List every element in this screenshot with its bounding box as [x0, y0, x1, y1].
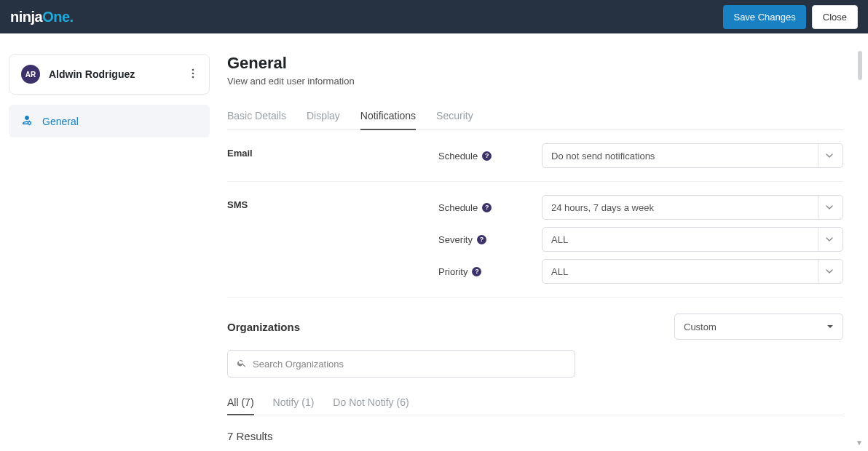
organizations-scope-select[interactable]: Custom [674, 314, 843, 340]
svg-point-1 [192, 72, 194, 74]
more-icon[interactable] [189, 65, 197, 84]
chevron-down-icon [818, 144, 840, 167]
sms-priority-select[interactable]: ALL [542, 259, 843, 284]
sms-severity-value: ALL [551, 234, 568, 245]
svg-point-0 [192, 68, 194, 71]
main-content: General View and edit user information B… [227, 54, 859, 451]
sms-schedule-value: 24 hours, 7 days a week [551, 202, 654, 213]
sms-severity-select[interactable]: ALL [542, 227, 843, 252]
sidebar: AR Aldwin Rodriguez General [9, 54, 210, 451]
organizations-filter-tabs: All (7) Notify (1) Do Not Notify (6) [227, 391, 843, 415]
organizations-search-input[interactable] [253, 359, 566, 370]
brand-suffix: One [42, 9, 69, 25]
organizations-search[interactable] [227, 350, 575, 378]
topbar: ninjaOne. Save Changes Close [0, 0, 868, 33]
chevron-down-icon [818, 196, 840, 219]
sms-schedule-select[interactable]: 24 hours, 7 days a week [542, 195, 843, 220]
svg-point-2 [192, 76, 194, 78]
sms-label: SMS [227, 195, 438, 210]
sidebar-item-label: General [42, 116, 79, 127]
organizations-scope-value: Custom [684, 322, 717, 332]
brand-dot: . [70, 9, 74, 25]
search-icon [237, 358, 247, 370]
email-label: Email [227, 143, 438, 159]
tab-display[interactable]: Display [307, 103, 340, 130]
chevron-down-icon [818, 228, 840, 251]
sms-section: SMS Schedule ? 24 hours, 7 days a week S… [227, 182, 843, 298]
filter-tab-do-not-notify[interactable]: Do Not Notify (6) [333, 391, 409, 415]
caret-down-icon [826, 322, 834, 332]
scroll-down-icon: ▼ [856, 439, 863, 447]
close-button[interactable]: Close [812, 5, 858, 29]
email-schedule-label: Schedule ? [438, 151, 530, 161]
chevron-down-icon [818, 260, 840, 283]
tab-basic-details[interactable]: Basic Details [227, 103, 286, 130]
email-schedule-select[interactable]: Do not send notifications [542, 143, 843, 168]
sms-priority-value: ALL [551, 266, 568, 277]
email-section: Email Schedule ? Do not send notificatio… [227, 130, 843, 182]
user-name: Aldwin Rodriguez [49, 68, 135, 80]
organizations-title: Organizations [227, 321, 300, 333]
sms-severity-label: Severity ? [438, 234, 530, 245]
user-settings-icon [20, 113, 33, 129]
topbar-actions: Save Changes Close [723, 5, 858, 29]
user-card: AR Aldwin Rodriguez [9, 54, 210, 95]
help-icon[interactable]: ? [482, 151, 492, 161]
filter-tab-all[interactable]: All (7) [227, 391, 254, 415]
results-count: 7 Results [227, 430, 843, 442]
content-tabs: Basic Details Display Notifications Secu… [227, 103, 843, 130]
brand-prefix: ninja [10, 9, 42, 25]
tab-security[interactable]: Security [436, 103, 473, 130]
brand-logo: ninjaOne. [10, 9, 74, 25]
page-title: General [227, 54, 843, 73]
filter-tab-notify[interactable]: Notify (1) [273, 391, 315, 415]
sms-priority-label: Priority ? [438, 266, 530, 277]
save-changes-button[interactable]: Save Changes [723, 5, 805, 29]
page-subtitle: View and edit user information [227, 76, 843, 87]
sms-schedule-label: Schedule ? [438, 202, 530, 213]
organizations-header: Organizations Custom [227, 314, 843, 340]
email-schedule-value: Do not send notifications [551, 151, 655, 161]
help-icon[interactable]: ? [482, 203, 492, 212]
tab-notifications[interactable]: Notifications [360, 103, 416, 130]
avatar: AR [21, 65, 40, 84]
help-icon[interactable]: ? [472, 267, 481, 276]
sidebar-item-general[interactable]: General [9, 105, 210, 137]
scrollbar-thumb[interactable] [858, 51, 862, 80]
help-icon[interactable]: ? [477, 235, 486, 244]
